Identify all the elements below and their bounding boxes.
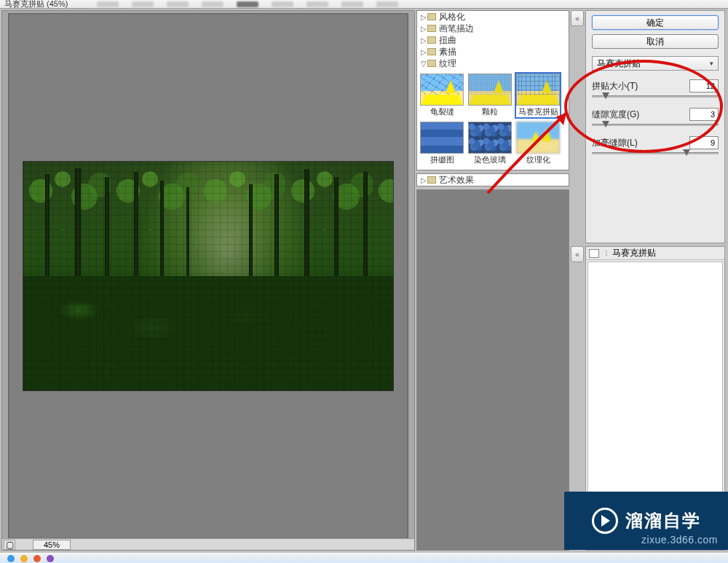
thumb-mosaic-tiles[interactable]: 马赛克拼贴	[515, 72, 561, 119]
param-label: 缝隙宽度(G)	[592, 109, 639, 121]
filter-dropdown[interactable]: 马赛克拼贴 ▾	[592, 56, 719, 71]
nav-button[interactable]: ▢	[4, 540, 15, 550]
filter-dropdown-label: 马赛克拼贴	[597, 58, 641, 70]
folder-stylize[interactable]: 风格化	[417, 11, 569, 23]
thumb-patchwork[interactable]: 拼缀图	[419, 120, 465, 167]
gallery-spacer	[416, 189, 569, 551]
chevron-down-icon: ▾	[710, 60, 713, 67]
folder-icon	[427, 48, 436, 55]
grout-width-input[interactable]	[689, 108, 719, 121]
folder-icon	[427, 176, 436, 184]
grout-width-slider[interactable]	[592, 124, 719, 126]
filter-gallery-panel: 风格化 画笔描边 扭曲 素描 纹理 龟裂缝 颗粒 马赛克拼贴 拼缀图 染色玻璃 …	[416, 10, 569, 551]
ok-button[interactable]: 确定	[592, 15, 719, 30]
window-title: 马赛克拼贴 (45%)	[4, 0, 68, 9]
play-icon	[592, 508, 618, 534]
thumb-stained-glass[interactable]: 染色玻璃	[467, 120, 513, 167]
thumb-craquelure[interactable]: 龟裂缝	[419, 72, 465, 119]
collapse-chevron-icon[interactable]: «	[571, 246, 584, 262]
param-lighten-grout: 加亮缝隙(L)	[592, 136, 719, 154]
param-label: 加亮缝隙(L)	[592, 137, 638, 149]
lighten-grout-input[interactable]	[689, 136, 719, 149]
param-label: 拼贴大小(T)	[592, 80, 638, 92]
tile-size-slider[interactable]	[592, 95, 719, 98]
cancel-button[interactable]: 取消	[592, 34, 719, 49]
preview-panel: ▢ 45%	[1, 10, 415, 551]
os-taskbar	[0, 553, 728, 563]
folder-icon	[427, 60, 436, 67]
folder-texture[interactable]: 纹理	[417, 58, 569, 69]
filter-thumbnails: 龟裂缝 颗粒 马赛克拼贴 拼缀图 染色玻璃 纹理化	[417, 69, 569, 170]
folder-icon	[427, 25, 436, 32]
filter-controls-panel: 确定 取消 马赛克拼贴 ▾ 拼贴大小(T) 缝隙宽度	[585, 10, 725, 243]
preview-canvas[interactable]	[8, 13, 408, 539]
lighten-grout-slider[interactable]	[592, 152, 719, 154]
collapse-chevron-icon[interactable]: «	[571, 10, 584, 26]
watermark-text: 溜溜自学	[625, 509, 701, 532]
window-titlebar: 马赛克拼贴 (45%)	[0, 0, 728, 9]
watermark-logo: 溜溜自学 zixue.3d66.com	[564, 492, 728, 550]
folder-artistic[interactable]: 艺术效果	[417, 174, 569, 186]
grip-icon: ⁝	[604, 248, 609, 259]
thumb-grain[interactable]: 颗粒	[467, 72, 513, 119]
visibility-toggle-icon[interactable]	[589, 249, 599, 258]
thumb-texturizer[interactable]: 纹理化	[515, 120, 561, 167]
tile-size-input[interactable]	[689, 79, 719, 92]
folder-icon	[427, 13, 436, 20]
param-grout-width: 缝隙宽度(G)	[592, 108, 719, 126]
folder-icon	[427, 36, 436, 44]
history-item-label: 马赛克拼贴	[612, 247, 656, 259]
preview-bottom-bar: ▢ 45%	[2, 538, 414, 550]
watermark-url: zixue.3d66.com	[641, 534, 718, 546]
filter-category-list: 风格化 画笔描边 扭曲 素描 纹理	[417, 11, 569, 69]
folder-sketch[interactable]: 素描	[417, 46, 569, 58]
param-tile-size: 拼贴大小(T)	[592, 79, 719, 98]
preview-image	[23, 161, 394, 391]
folder-brush-strokes[interactable]: 画笔描边	[417, 23, 569, 34]
zoom-level[interactable]: 45%	[33, 540, 71, 550]
titlebar-blurred-menu	[97, 1, 398, 7]
folder-distort[interactable]: 扭曲	[417, 34, 569, 46]
